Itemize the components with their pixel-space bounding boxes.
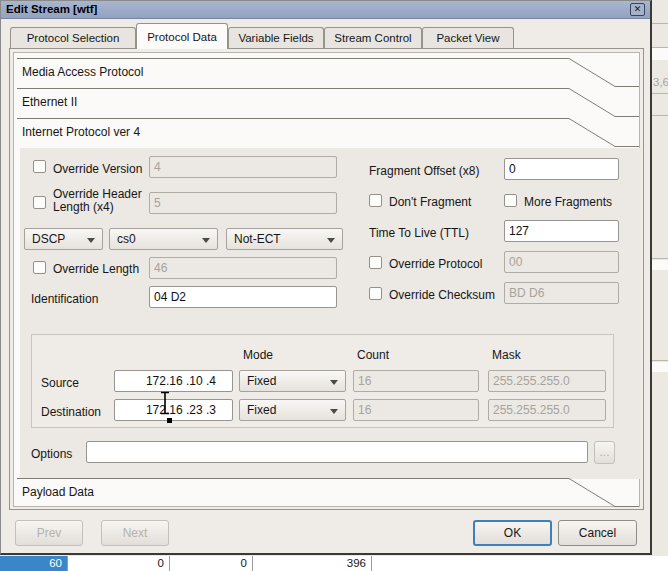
destination-row-label: Destination: [41, 405, 101, 419]
fragment-offset-label: Fragment Offset (x8): [369, 164, 479, 178]
section-label: Media Access Protocol: [22, 65, 143, 79]
length-field[interactable]: [149, 257, 337, 279]
override-length-checkbox[interactable]: [33, 261, 46, 274]
chevron-down-icon: [87, 238, 95, 243]
dialog-titlebar[interactable]: Edit Stream [wtf] ✕: [1, 1, 650, 19]
prev-button[interactable]: Prev: [15, 520, 83, 546]
version-field[interactable]: [149, 156, 337, 178]
override-checksum-label: Override Checksum: [389, 288, 495, 302]
override-version-label: Override Version: [53, 162, 142, 176]
options-browse-button[interactable]: ...: [594, 441, 615, 464]
close-button[interactable]: ✕: [630, 3, 645, 16]
text-caret: [167, 418, 172, 423]
protocol-field[interactable]: [504, 251, 619, 273]
dropdown-value: Fixed: [247, 374, 276, 388]
next-button[interactable]: Next: [101, 520, 169, 546]
close-icon: ✕: [634, 4, 642, 14]
destination-address-field[interactable]: [114, 399, 233, 421]
identification-field[interactable]: [149, 286, 337, 308]
ttl-label: Time To Live (TTL): [369, 226, 469, 240]
mode-column-header: Mode: [243, 348, 273, 362]
section-label: Payload Data: [22, 485, 94, 499]
chevron-down-icon: [202, 238, 210, 243]
options-label: Options: [31, 447, 72, 461]
chevron-down-icon: [330, 380, 338, 385]
tab-packet-view[interactable]: Packet View: [422, 27, 514, 49]
dropdown-value: Fixed: [247, 403, 276, 417]
override-checksum-checkbox[interactable]: [369, 287, 382, 300]
edit-stream-dialog: Edit Stream [wtf] ✕ Protocol Selection P…: [0, 0, 652, 555]
background-window-right-strip: 3,6: [652, 0, 668, 556]
section-label: Internet Protocol ver 4: [22, 125, 140, 139]
dont-fragment-checkbox[interactable]: [369, 194, 382, 207]
section-header-media-access[interactable]: Media Access Protocol: [17, 58, 639, 88]
dialog-title: Edit Stream [wtf]: [6, 3, 97, 15]
dropdown-value: cs0: [117, 232, 136, 246]
source-mask-field[interactable]: [488, 370, 606, 392]
destination-mode-dropdown[interactable]: Fixed: [239, 399, 346, 421]
dropdown-value: DSCP: [32, 232, 65, 246]
ecn-dropdown[interactable]: Not-ECT: [226, 228, 343, 250]
ok-button[interactable]: OK: [473, 520, 552, 546]
dscp-class-dropdown[interactable]: cs0: [109, 228, 218, 250]
tab-protocol-selection[interactable]: Protocol Selection: [10, 27, 136, 49]
chevron-down-icon: [327, 238, 335, 243]
section-header-ethernet2[interactable]: Ethernet II: [17, 88, 639, 118]
override-protocol-label: Override Protocol: [389, 257, 482, 271]
override-header-length-checkbox[interactable]: [33, 196, 46, 209]
override-header-length-label: Override Header Length (x4): [53, 188, 149, 214]
count-column-header: Count: [357, 348, 389, 362]
section-fold-line: [17, 478, 639, 508]
override-protocol-checkbox[interactable]: [369, 256, 382, 269]
mask-column-header: Mask: [492, 348, 521, 362]
options-field[interactable]: [86, 441, 588, 463]
chevron-down-icon: [330, 409, 338, 414]
ttl-field[interactable]: [504, 220, 619, 242]
override-length-label: Override Length: [53, 262, 139, 276]
destination-count-field[interactable]: [353, 399, 479, 421]
dropdown-value: Not-ECT: [234, 232, 281, 246]
tab-stream-control[interactable]: Stream Control: [324, 27, 422, 49]
section-header-ipv4[interactable]: Internet Protocol ver 4: [17, 118, 639, 148]
more-fragments-checkbox[interactable]: [504, 194, 517, 207]
background-clipped-value: 3,6: [653, 76, 668, 88]
source-count-field[interactable]: [353, 370, 479, 392]
section-header-payload[interactable]: Payload Data: [17, 478, 639, 508]
identification-label: Identification: [31, 292, 98, 306]
stat-cell: 0: [170, 556, 253, 571]
section-label: Ethernet II: [22, 95, 77, 109]
text-cursor-icon: [159, 391, 171, 416]
checksum-field[interactable]: [504, 282, 619, 304]
tab-variable-fields[interactable]: Variable Fields: [228, 27, 324, 49]
override-version-checkbox[interactable]: [33, 160, 46, 173]
stat-cell-selected: 60: [0, 556, 68, 571]
dscp-mode-dropdown[interactable]: DSCP: [24, 228, 103, 250]
source-row-label: Source: [41, 376, 79, 390]
section-fold-line: [17, 88, 639, 118]
more-fragments-label: More Fragments: [524, 195, 612, 209]
tab-protocol-data[interactable]: Protocol Data: [136, 23, 228, 49]
background-stats-row: 60 0 0 396: [0, 556, 668, 571]
fragment-offset-field[interactable]: [504, 158, 619, 180]
destination-mask-field[interactable]: [488, 399, 606, 421]
source-mode-dropdown[interactable]: Fixed: [239, 370, 346, 392]
stat-cell: 396: [253, 556, 372, 571]
stat-cell: 0: [68, 556, 170, 571]
source-address-field[interactable]: [114, 370, 233, 392]
header-length-field[interactable]: [149, 192, 337, 214]
cancel-button[interactable]: Cancel: [558, 520, 637, 546]
dont-fragment-label: Don't Fragment: [389, 195, 471, 209]
